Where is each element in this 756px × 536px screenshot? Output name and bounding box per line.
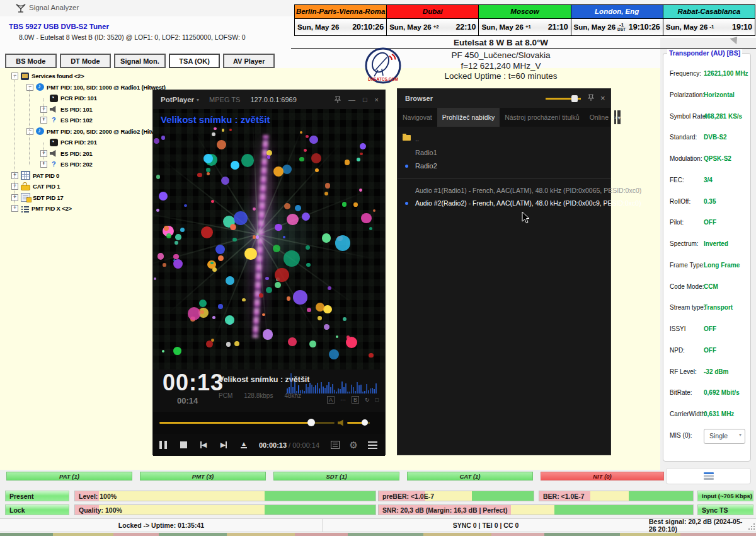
visualization-dot xyxy=(206,341,213,347)
video-area[interactable]: Velikost snímku : zvětšit xyxy=(153,109,385,370)
tab-dropdown-icon[interactable]: ▾ xyxy=(617,110,621,124)
potplayer-titlebar[interactable]: PotPlayer ▾ MPEG TS 127.0.0.1:6969 — □ × xyxy=(153,90,385,109)
expand-icon[interactable]: □ xyxy=(375,397,379,403)
tab-nastroj-titulku[interactable]: Nástroj procházení titulků xyxy=(500,108,584,127)
expand-icon[interactable]: + xyxy=(11,183,18,190)
tab-av-player[interactable]: AV Player xyxy=(223,54,275,68)
expand-icon[interactable]: + xyxy=(40,106,47,113)
tab-scroll-right-icon[interactable]: › xyxy=(614,110,616,124)
tab-navigovat[interactable]: Navigovat xyxy=(398,108,437,127)
tree-item-sdt[interactable]: + SDT PID 17 xyxy=(5,192,151,204)
audio-track-2[interactable]: Audio #2(Radio2) - French, AAC(LATM), 48… xyxy=(398,197,610,209)
field-label: Frequency: xyxy=(670,70,701,77)
bullet-icon xyxy=(405,165,408,168)
tree-item-pmt-x[interactable]: + PMT PID X <2> xyxy=(5,203,151,214)
stream-format-label: MPEG TS xyxy=(209,96,240,103)
tree-item-es-202[interactable]: + ES PID: 202 xyxy=(5,159,151,170)
close-icon[interactable]: × xyxy=(600,93,605,103)
tree-item-es-201[interactable]: + ES PID: 201 xyxy=(5,148,151,160)
expand-icon[interactable]: + xyxy=(40,161,47,168)
previous-button[interactable]: ◀ xyxy=(193,438,214,453)
field-value: OFF xyxy=(704,325,716,332)
list-item-label: Radio2 xyxy=(415,162,437,170)
browser-titlebar[interactable]: Browser × xyxy=(398,89,610,108)
maximize-icon[interactable]: □ xyxy=(363,96,367,103)
resize-grip[interactable] xyxy=(748,523,755,530)
expand-icon[interactable]: + xyxy=(11,172,18,179)
collapse-icon[interactable]: − xyxy=(26,84,33,91)
browser-slider-knob[interactable] xyxy=(571,95,578,102)
tree-item-pat[interactable]: + PAT PID 0 xyxy=(5,170,151,182)
list-item-radio2[interactable]: Radio2 xyxy=(398,160,610,172)
stream-server-button[interactable] xyxy=(666,468,751,484)
tree-item-pcr-201[interactable]: PCR PID: 201 xyxy=(5,137,151,148)
volume-icon[interactable] xyxy=(338,419,345,426)
list-item-radio1[interactable]: Radio1 xyxy=(398,147,610,158)
expand-icon[interactable]: + xyxy=(40,150,47,157)
visualization-dot xyxy=(284,203,290,209)
visualization-dot xyxy=(241,154,255,167)
clock-city: London, Eng xyxy=(571,5,663,19)
tab-bs-mode[interactable]: BS Mode xyxy=(5,54,57,68)
volume-knob[interactable] xyxy=(362,419,368,426)
tree-item-pmt-100[interactable]: − PMT PID: 100, SID: 1000 @ Radio1 (Hitw… xyxy=(5,82,151,93)
audio-track-1[interactable]: Audio #1(Radio1) - French, AAC(LATM), 48… xyxy=(398,185,610,196)
field-label: Polarization: xyxy=(670,91,704,98)
visualization-dot xyxy=(217,140,227,150)
ab-repeat-a-button[interactable]: A xyxy=(327,396,335,404)
next-button[interactable]: ▶ xyxy=(214,438,234,453)
visualization-dot xyxy=(309,341,316,347)
pause-button[interactable] xyxy=(153,438,173,453)
mis-value: Single xyxy=(709,432,728,440)
tuner-subtitle: 8.0W - Eutelsat 8 West B (ID: 3520) @ LO… xyxy=(19,33,246,41)
stop-button[interactable] xyxy=(173,438,193,453)
menu-icon[interactable] xyxy=(368,445,377,446)
tree-item-cat[interactable]: + CAT PID 1 xyxy=(5,181,151,192)
quality-gauge: Quality: 100% xyxy=(74,504,376,515)
field-label: CarrierWidth: xyxy=(670,411,707,417)
status-uptime: Locked -> Uptime: 01:35:41 xyxy=(0,519,323,532)
status-best-signal: Best signal: 20,2 dB (2024-05-26 20:10) xyxy=(649,519,747,532)
pin-icon[interactable] xyxy=(588,94,594,102)
visualization-dot xyxy=(156,175,160,178)
field-value: 12621,100 MHz xyxy=(704,70,748,77)
playlist-icon[interactable] xyxy=(331,441,340,449)
tree-item-pmt-200[interactable]: − PMT PID: 200, SID: 2000 @ Radio2 (Hitw… xyxy=(5,126,151,137)
list-item-up[interactable]: .. xyxy=(398,133,610,144)
gear-icon[interactable]: ⚙ xyxy=(350,440,358,450)
pin-icon[interactable] xyxy=(335,96,341,103)
tree-item-es-101[interactable]: + ES PID: 101 xyxy=(5,104,151,115)
visualization-dot xyxy=(175,241,178,245)
signal-analyzer-app: Signal Analyzer Berlin-Paris-Vienna-Roma… xyxy=(0,0,756,536)
close-icon[interactable]: × xyxy=(375,96,379,103)
tree-item-services[interactable]: − Services found <2> xyxy=(5,71,151,82)
visualization-dot xyxy=(214,127,217,131)
clock-time: 19:10:26 xyxy=(629,23,660,32)
ab-repeat-b-button[interactable]: B xyxy=(352,396,359,404)
tree-item-pcr-101[interactable]: PCR PID: 101 xyxy=(5,93,151,104)
visualization-dot xyxy=(304,149,307,152)
repeat-icon[interactable]: ↻ xyxy=(365,397,370,403)
visualization-dot xyxy=(211,200,214,203)
expand-icon[interactable]: + xyxy=(11,205,18,212)
eject-button[interactable]: ▲ xyxy=(234,438,254,453)
visualization-dot xyxy=(284,250,300,267)
potplayer-menu[interactable]: PotPlayer xyxy=(161,96,194,103)
tree-item-es-102[interactable]: + ES PID: 102 xyxy=(5,115,151,126)
tab-online[interactable]: Online xyxy=(585,108,614,127)
collapse-icon[interactable]: − xyxy=(26,128,33,135)
clock-time: 21:10 xyxy=(548,23,568,32)
tab-dt-mode[interactable]: DT Mode xyxy=(60,54,112,68)
expand-icon[interactable]: + xyxy=(40,117,47,124)
tab-signal-mon[interactable]: Signal Mon. xyxy=(114,54,166,68)
minimize-icon[interactable]: — xyxy=(348,96,355,103)
expand-icon[interactable]: + xyxy=(11,194,18,201)
seek-bar-filled[interactable] xyxy=(159,422,311,424)
visualization-dot xyxy=(207,172,210,175)
seek-knob[interactable] xyxy=(307,419,315,426)
status-counters: SYNC 0 | TEI 0 | CC 0 xyxy=(323,519,650,532)
tab-tsa[interactable]: TSA (OK) xyxy=(169,54,220,68)
mis-dropdown[interactable]: Single ▾ xyxy=(704,429,745,444)
tab-prohlizec-nabidky[interactable]: Prohlížeč nabídky xyxy=(437,108,500,127)
collapse-icon[interactable]: − xyxy=(11,73,18,79)
